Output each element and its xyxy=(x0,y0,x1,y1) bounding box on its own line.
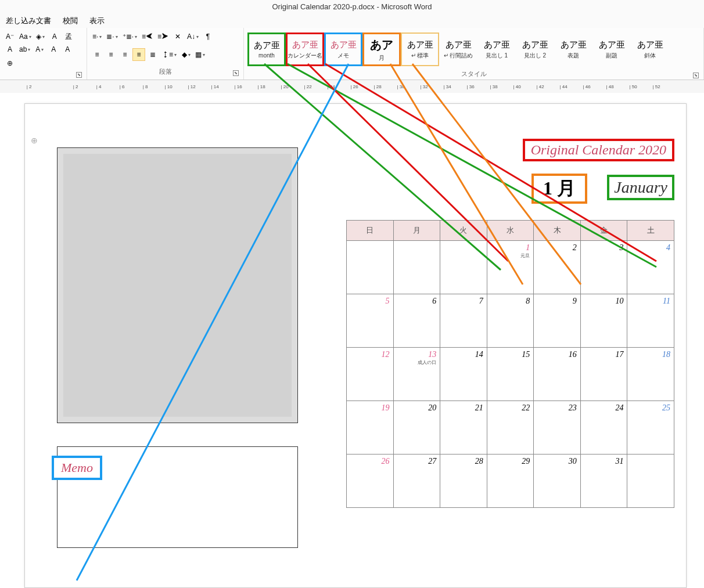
dialog-launcher-icon[interactable]: ⬊ xyxy=(233,70,239,76)
ribbon-button[interactable]: A▾ xyxy=(33,43,46,56)
ribbon-button[interactable]: ◆▾ xyxy=(179,48,192,61)
ribbon-button[interactable]: ≡ xyxy=(105,48,117,61)
ribbon-button[interactable]: ≡ xyxy=(132,48,145,61)
style-↵ 標準[interactable]: あア亜↵ 標準 xyxy=(401,33,439,66)
calendar-cell[interactable]: 31 xyxy=(580,454,627,508)
ribbon-button[interactable]: ≡ xyxy=(118,48,131,61)
dialog-launcher-icon[interactable]: ⬊ xyxy=(693,73,699,78)
menu-item[interactable]: 差し込み文書 xyxy=(6,16,51,26)
calendar-cell[interactable]: 9 xyxy=(534,294,581,348)
ribbon: A⁻Aa▾◈▾A孟 Aab▾A▾AA⊕ ⬊ ≡·▾≣·▾⁺≣·▾≡⮜≡⮞✕A↓▾… xyxy=(0,28,704,80)
calendar-cell[interactable]: 14 xyxy=(440,348,487,401)
style-label: 表題 xyxy=(567,52,579,60)
ribbon-button[interactable]: A xyxy=(61,43,74,56)
style-month[interactable]: あア亜month xyxy=(247,33,286,66)
paragraph-group-label: 段落⬊ xyxy=(91,66,240,77)
ribbon-button[interactable]: ≣·▾ xyxy=(105,30,119,43)
calendar-month-en[interactable]: January xyxy=(607,175,674,200)
ribbon-button[interactable]: ◈▾ xyxy=(34,30,47,43)
page[interactable]: ⊕ Memo Original Calendar 2020 1 月 Januar… xyxy=(24,103,687,588)
calendar-cell[interactable]: 1元旦 xyxy=(487,241,534,294)
calendar-cell[interactable]: 23 xyxy=(534,401,581,454)
calendar-cell[interactable]: 6 xyxy=(393,294,440,348)
calendar-cell[interactable]: 17 xyxy=(580,348,627,401)
calendar-cell[interactable]: 28 xyxy=(440,454,487,508)
calendar-cell[interactable]: 18 xyxy=(627,348,674,401)
ribbon-button[interactable]: ✕ xyxy=(171,30,184,43)
ribbon-button[interactable]: ≡⮜ xyxy=(140,30,155,43)
calendar-day-header: 金 xyxy=(580,221,627,241)
ribbon-button[interactable]: Aa▾ xyxy=(17,30,33,43)
ribbon-button[interactable]: A xyxy=(3,43,16,56)
calendar-cell[interactable]: 30 xyxy=(534,454,581,508)
style-月[interactable]: あア月 xyxy=(362,33,401,66)
calendar-day-header: 木 xyxy=(534,221,581,241)
calendar-cell[interactable] xyxy=(440,241,487,294)
style-斜体[interactable]: あア亜斜体 xyxy=(631,33,669,66)
ribbon-button[interactable]: ⊕ xyxy=(3,57,16,70)
style-メモ[interactable]: あア亜メモ xyxy=(324,33,362,66)
calendar-cell[interactable]: 3 xyxy=(580,241,627,294)
ribbon-button[interactable]: ⁺≣·▾ xyxy=(121,30,139,43)
ribbon-button[interactable]: A xyxy=(48,30,61,43)
calendar-cell[interactable] xyxy=(627,454,674,508)
menu-item[interactable]: 表示 xyxy=(89,16,105,26)
calendar-cell[interactable]: 2 xyxy=(534,241,581,294)
ribbon-button[interactable]: 孟 xyxy=(62,30,75,43)
calendar-cell[interactable] xyxy=(393,241,440,294)
style-見出し 2[interactable]: あア亜見出し 2 xyxy=(516,33,554,66)
calendar-cell[interactable]: 7 xyxy=(440,294,487,348)
calendar-cell[interactable]: 24 xyxy=(580,401,627,454)
ribbon-button[interactable]: ¶ xyxy=(202,30,214,43)
calendar-cell[interactable]: 13成人の日 xyxy=(393,348,440,401)
calendar-cell[interactable]: 29 xyxy=(487,454,534,508)
calendar-cell[interactable]: 25 xyxy=(627,401,674,454)
ribbon-button[interactable]: ≡·▾ xyxy=(91,30,103,43)
ribbon-button[interactable]: A↓▾ xyxy=(185,30,200,43)
menu-item[interactable]: 校閲 xyxy=(63,16,78,26)
calendar-cell[interactable]: 21 xyxy=(440,401,487,454)
ribbon-button[interactable]: ≣ xyxy=(146,48,159,61)
memo-box[interactable]: Memo xyxy=(57,446,298,548)
ribbon-button[interactable]: ab▾ xyxy=(17,43,32,56)
calendar-cell[interactable]: 15 xyxy=(487,348,534,401)
ribbon-button[interactable]: ⭥≡▾ xyxy=(160,48,178,61)
document-area[interactable]: ⊕ Memo Original Calendar 2020 1 月 Januar… xyxy=(0,95,704,588)
dialog-launcher-icon[interactable]: ⬊ xyxy=(76,72,82,78)
calendar-cell[interactable] xyxy=(347,241,394,294)
calendar-cell[interactable]: 26 xyxy=(347,454,394,508)
calendar-cell[interactable]: 19 xyxy=(347,401,394,454)
calendar-cell[interactable]: 4 xyxy=(627,241,674,294)
style-preview: あア亜 xyxy=(522,39,548,50)
style-カレンダー名[interactable]: あア亜カレンダー名 xyxy=(286,33,324,66)
style-↵ 行間詰め[interactable]: あア亜↵ 行間詰め xyxy=(439,33,477,66)
calendar-cell[interactable]: 20 xyxy=(393,401,440,454)
style-preview: あア亜 xyxy=(292,39,318,50)
image-placeholder[interactable] xyxy=(57,147,298,423)
calendar-cell[interactable]: 27 xyxy=(393,454,440,508)
calendar-day-header: 月 xyxy=(393,221,440,241)
calendar-month-jp[interactable]: 1 月 xyxy=(531,174,587,204)
style-見出し 1[interactable]: あア亜見出し 1 xyxy=(477,33,516,66)
calendar-table[interactable]: 日月火水木金土 1元旦2345678910111213成人の日141516171… xyxy=(346,220,674,508)
ribbon-button[interactable]: ▦▾ xyxy=(193,48,207,61)
ribbon-button[interactable]: ≡ xyxy=(91,48,103,61)
ribbon-button[interactable]: ≡⮞ xyxy=(156,30,170,43)
calendar-cell[interactable]: 8 xyxy=(487,294,534,348)
calendar-cell[interactable]: 22 xyxy=(487,401,534,454)
style-label: 月 xyxy=(379,54,385,62)
calendar-cell[interactable]: 16 xyxy=(534,348,581,401)
style-preview: あア xyxy=(370,37,393,53)
ribbon-button[interactable]: A⁻ xyxy=(3,30,16,43)
calendar-cell[interactable]: 5 xyxy=(347,294,394,348)
calendar-title[interactable]: Original Calendar 2020 xyxy=(523,139,674,161)
calendar-cell[interactable]: 11 xyxy=(627,294,674,348)
ribbon-button[interactable]: A xyxy=(47,43,60,56)
style-表題[interactable]: あア亜表題 xyxy=(554,33,592,66)
style-副題[interactable]: あア亜副題 xyxy=(592,33,631,66)
style-label: month xyxy=(258,52,275,59)
calendar-cell[interactable]: 10 xyxy=(580,294,627,348)
memo-label: Memo xyxy=(52,456,102,480)
calendar-cell[interactable]: 12 xyxy=(347,348,394,401)
horizontal-ruler[interactable]: | 2| 2| 4| 6| 8| 10| 12| 14| 16| 18| 20|… xyxy=(0,80,704,93)
